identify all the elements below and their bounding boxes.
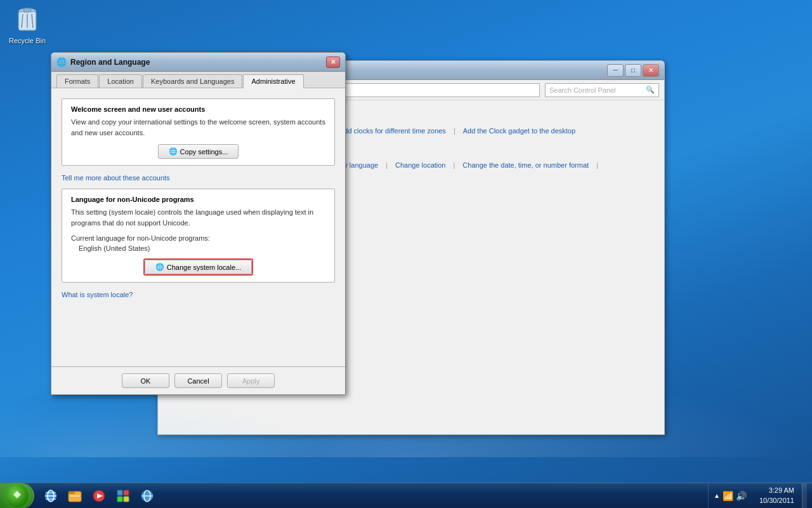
dialog-footer: OK Cancel Apply <box>51 366 345 394</box>
what-is-system-locale-link[interactable]: What is system locale? <box>62 291 133 298</box>
maximize-button[interactable]: □ <box>625 64 641 77</box>
clock-date: 10/30/2011 <box>759 496 794 505</box>
change-location-link[interactable]: Change location <box>395 161 446 169</box>
apply-button[interactable]: Apply <box>227 373 275 388</box>
svg-rect-14 <box>69 491 75 494</box>
tab-location[interactable]: Location <box>99 74 142 88</box>
current-locale-label: Current language for non-Unicode program… <box>71 234 325 242</box>
dialog-titlebar[interactable]: 🌐 Region and Language ✕ <box>51 53 345 72</box>
settings-icon: 🌐 <box>169 147 178 156</box>
recycle-bin-icon[interactable]: Recycle Bin <box>5 5 49 44</box>
svg-rect-6 <box>23 8 31 12</box>
change-system-locale-highlight: 🌐 Change system locale... <box>143 258 253 276</box>
taskbar: ▲ 📶 🔊 3:29 AM 10/30/2011 <box>0 483 812 508</box>
recycle-bin-label: Recycle Bin <box>9 37 46 44</box>
network-icon[interactable] <box>136 485 159 507</box>
search-placeholder: Search Control Panel <box>549 86 616 94</box>
clock-gadget-link[interactable]: Add the Clock gadget to the desktop <box>463 127 575 135</box>
svg-rect-18 <box>117 490 122 495</box>
copy-settings-button[interactable]: 🌐 Copy settings... <box>158 144 239 159</box>
welcome-section-label: Welcome screen and new user accounts <box>71 105 325 113</box>
locale-icon: 🌐 <box>155 263 164 271</box>
taskbar-right: ▲ 📶 🔊 3:29 AM 10/30/2011 <box>708 483 812 509</box>
minimize-button[interactable]: ─ <box>607 64 624 77</box>
welcome-section: Welcome screen and new user accounts Vie… <box>62 98 335 166</box>
network-tray-icon: 📶 <box>723 491 733 501</box>
search-icon: 🔍 <box>646 86 655 94</box>
window-controls: ─ □ ✕ <box>607 64 659 77</box>
volume-tray-icon: 🔊 <box>736 491 747 501</box>
explorer-icon[interactable] <box>63 485 86 507</box>
dialog-tabs: Formats Location Keyboards and Languages… <box>51 72 345 88</box>
tab-administrative[interactable]: Administrative <box>243 74 303 88</box>
unicode-section-text: This setting (system locale) controls th… <box>71 207 325 228</box>
tell-more-link[interactable]: Tell me more about these accounts <box>62 174 170 182</box>
region-language-dialog: 🌐 Region and Language ✕ Formats Location… <box>51 52 346 395</box>
dialog-title: Region and Language <box>70 58 326 67</box>
svg-rect-21 <box>124 497 129 502</box>
dialog-body: Welcome screen and new user accounts Vie… <box>51 88 345 309</box>
dialog-title-icon: 🌐 <box>56 57 67 67</box>
svg-rect-19 <box>124 490 129 495</box>
tray-arrow[interactable]: ▲ <box>714 492 720 499</box>
dialog-close-button[interactable]: ✕ <box>326 57 340 68</box>
start-button[interactable] <box>0 483 34 509</box>
taskbar-quick-launch <box>37 485 161 507</box>
start-orb <box>6 485 29 507</box>
desktop: Recycle Bin 🗂️ Clock, Language, and Regi… <box>0 0 812 508</box>
search-box[interactable]: Search Control Panel 🔍 <box>545 83 659 97</box>
tab-formats[interactable]: Formats <box>56 74 98 88</box>
cancel-button[interactable]: Cancel <box>174 373 222 388</box>
media-player-icon[interactable] <box>88 485 110 507</box>
svg-rect-15 <box>70 495 80 497</box>
system-tray: ▲ 📶 🔊 <box>708 483 752 509</box>
tab-keyboards-languages[interactable]: Keyboards and Languages <box>143 74 243 88</box>
show-desktop-button[interactable] <box>802 483 807 509</box>
ie-icon[interactable] <box>39 485 62 507</box>
unicode-section: Language for non-Unicode programs This s… <box>62 189 335 283</box>
current-locale-value: English (United States) <box>79 244 325 252</box>
add-clocks-link[interactable]: Add clocks for different time zones <box>339 127 446 135</box>
welcome-section-text: View and copy your international setting… <box>71 117 325 138</box>
change-date-format-link[interactable]: Change the date, time, or number format <box>462 161 589 169</box>
ok-button[interactable]: OK <box>122 373 169 388</box>
clock-time: 3:29 AM <box>759 486 794 495</box>
svg-rect-20 <box>117 497 122 502</box>
unicode-section-label: Language for non-Unicode programs <box>71 196 325 203</box>
change-system-locale-button[interactable]: 🌐 Change system locale... <box>145 260 252 274</box>
taskbar-clock[interactable]: 3:29 AM 10/30/2011 <box>754 486 799 505</box>
control-panel-taskbar-icon[interactable] <box>112 485 134 507</box>
close-button[interactable]: ✕ <box>643 64 659 77</box>
recycle-bin-graphic <box>12 5 43 36</box>
